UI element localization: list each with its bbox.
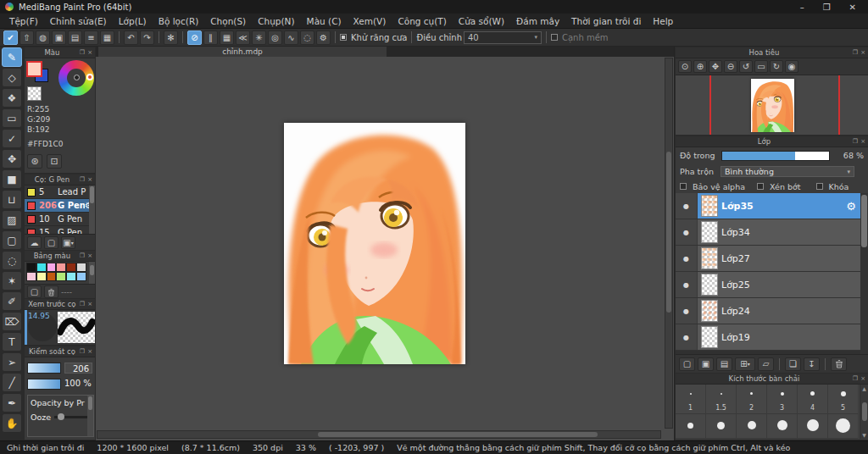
- palette-delete-button[interactable]: [44, 285, 58, 298]
- brush-size-slider[interactable]: [27, 363, 61, 374]
- gradient-tool[interactable]: ▨: [2, 210, 22, 230]
- brush-size-cell[interactable]: [828, 414, 859, 439]
- visibility-dot-icon[interactable]: ●: [676, 272, 698, 297]
- color-wheel-cursor[interactable]: [86, 74, 93, 80]
- polyline-tool[interactable]: ✓: [2, 129, 22, 148]
- canvas-horizontal-scrollbar[interactable]: [97, 430, 661, 439]
- parallel-snap-button[interactable]: ∥: [203, 30, 218, 45]
- menu-snap[interactable]: Chụp(N): [252, 14, 300, 29]
- palette-swatch[interactable]: [26, 272, 36, 281]
- menu-select[interactable]: Chọn(S): [204, 14, 252, 29]
- add-8bit-layer-button[interactable]: ▣: [698, 357, 714, 371]
- layer-row-selected[interactable]: ● Lớp35 ⚙: [676, 193, 868, 219]
- layer-blend-select[interactable]: Bình thường ▾: [721, 166, 854, 177]
- antialias-checkbox[interactable]: [340, 34, 347, 41]
- save-button[interactable]: ✔: [3, 30, 18, 45]
- menu-filter[interactable]: Bộ lọc(R): [153, 14, 205, 29]
- palette-swatch[interactable]: [36, 263, 47, 272]
- palette-swatch[interactable]: [47, 272, 57, 281]
- chat-button[interactable]: ◍: [36, 30, 50, 45]
- operation-tool[interactable]: ➢: [2, 352, 22, 372]
- menu-file[interactable]: Tệp(F): [3, 14, 44, 29]
- brush-item-selected[interactable]: 206 G Pen ⚙: [25, 199, 95, 213]
- brush-size-cell[interactable]: [676, 414, 706, 439]
- brush-size-cell[interactable]: [737, 414, 767, 439]
- bucket-tool[interactable]: ⊔: [2, 190, 22, 209]
- eraser-select-tool[interactable]: ❖: [2, 88, 22, 108]
- menu-window[interactable]: Cửa sổ(W): [453, 14, 510, 29]
- grid-snap-button[interactable]: ▦: [220, 30, 234, 45]
- layer-row[interactable]: ● Lớp19: [676, 324, 868, 351]
- zoom-100-button[interactable]: ⊙: [678, 60, 692, 73]
- close-icon[interactable]: ×: [87, 348, 92, 355]
- brush-item[interactable]: 5 Lead P: [25, 185, 95, 199]
- close-icon[interactable]: ×: [87, 176, 92, 183]
- close-icon[interactable]: ×: [87, 252, 92, 259]
- add-1bit-layer-button[interactable]: ▤: [716, 357, 732, 371]
- ellipse-snap-button[interactable]: ◌: [300, 30, 314, 45]
- redo-button[interactable]: ↷: [140, 30, 154, 45]
- menu-help[interactable]: Help: [647, 14, 679, 29]
- add-layer-menu-button[interactable]: ⊞▾: [735, 357, 755, 371]
- canvas-document[interactable]: [284, 123, 465, 364]
- palette-swatch[interactable]: [66, 272, 76, 281]
- menu-layer[interactable]: Lớp(L): [113, 14, 153, 29]
- restore-button[interactable]: ❐: [823, 3, 831, 12]
- lasso-tool[interactable]: ◌: [2, 251, 22, 270]
- brush-size-cell[interactable]: 2: [737, 385, 767, 414]
- minimize-button[interactable]: –: [800, 3, 804, 12]
- palette-dialog-button[interactable]: ⊛: [27, 154, 42, 169]
- brush-item[interactable]: 15 G Pen: [25, 226, 95, 234]
- brush-options-scrollbar[interactable]: [87, 396, 93, 436]
- brush-size-scrollbar[interactable]: ▲ ▼: [860, 385, 868, 439]
- close-icon[interactable]: ×: [87, 301, 92, 307]
- eyedropper-tool[interactable]: ✒: [2, 393, 22, 412]
- palette-swatch[interactable]: [26, 263, 36, 272]
- visibility-dot-icon[interactable]: ●: [676, 193, 698, 219]
- brush-download-button[interactable]: ☁: [27, 236, 42, 249]
- text-tool[interactable]: T: [2, 332, 22, 352]
- select-eraser-tool[interactable]: ⌦: [2, 312, 22, 331]
- menu-view[interactable]: Xem(V): [348, 14, 392, 29]
- navigator-thumbnail[interactable]: [751, 79, 794, 132]
- palette-swatch[interactable]: [76, 263, 86, 272]
- popout-icon[interactable]: ❐: [853, 138, 858, 145]
- brush-size-field[interactable]: 206: [64, 363, 92, 374]
- protect-alpha-checkbox[interactable]: [680, 183, 687, 190]
- undo-button[interactable]: ↶: [124, 30, 138, 45]
- scrollbar-thumb[interactable]: [862, 402, 867, 421]
- zoom-out-button[interactable]: ⊖: [724, 60, 737, 73]
- canvas-vertical-scrollbar[interactable]: [665, 58, 673, 429]
- palette-swatch[interactable]: [76, 272, 86, 281]
- popout-icon[interactable]: ❐: [80, 301, 85, 307]
- brush-size-cell[interactable]: [767, 414, 798, 439]
- palette-swatch[interactable]: [56, 263, 66, 272]
- publish-button[interactable]: ⇧: [19, 30, 34, 45]
- color-wheel[interactable]: [58, 60, 94, 96]
- no-correction-button[interactable]: ⊘: [187, 30, 202, 45]
- hand-tool[interactable]: ✋: [2, 413, 22, 433]
- brush-size-cell[interactable]: 3: [767, 385, 798, 414]
- shape-tool[interactable]: ▭: [2, 108, 22, 128]
- palette-swatch[interactable]: [36, 272, 47, 281]
- transparent-color-swatch[interactable]: [27, 86, 42, 101]
- layer-row[interactable]: ● Lớp24: [676, 298, 868, 324]
- popout-icon[interactable]: ❐: [853, 49, 858, 56]
- add-layer-button[interactable]: ▢: [679, 357, 695, 371]
- radial-snap-button[interactable]: ✳: [252, 30, 266, 45]
- snap-off-button[interactable]: ✻: [164, 30, 178, 45]
- brush-list-scrollbar[interactable]: [89, 185, 95, 234]
- visibility-dot-icon[interactable]: ●: [676, 246, 698, 271]
- popout-icon[interactable]: ❐: [80, 49, 85, 56]
- close-button[interactable]: ✕: [849, 3, 856, 12]
- close-icon[interactable]: ×: [860, 138, 865, 145]
- duplicate-layer-button[interactable]: ❏: [785, 357, 801, 371]
- rotate-lock-button[interactable]: ◉: [785, 60, 798, 73]
- divide-tool[interactable]: ╱: [2, 373, 22, 392]
- brush-option-opacity-by-pressure[interactable]: Opacity by Pr: [28, 396, 93, 407]
- menu-edit[interactable]: Chỉnh sửa(E): [44, 14, 113, 29]
- material-button[interactable]: ▦: [100, 30, 114, 45]
- brush-item[interactable]: 10 G Pen: [25, 213, 95, 226]
- ooze-slider[interactable]: [54, 416, 87, 418]
- clipping-checkbox[interactable]: [757, 183, 764, 190]
